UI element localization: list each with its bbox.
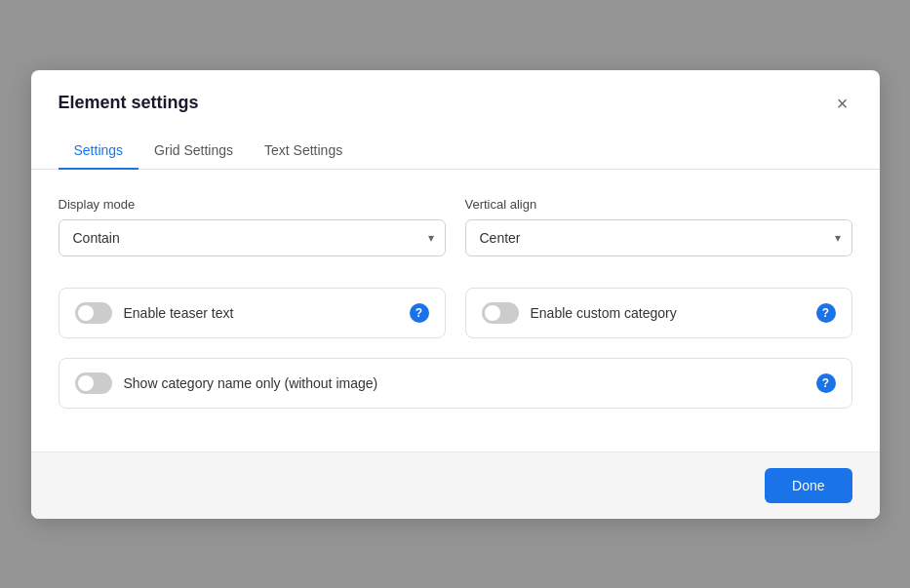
category-name-only-toggle[interactable]	[75, 372, 112, 394]
tab-grid-settings[interactable]: Grid Settings	[138, 133, 249, 170]
custom-category-slider	[482, 302, 519, 324]
display-mode-label: Display mode	[59, 197, 446, 212]
custom-category-label: Enable custom category	[531, 305, 677, 321]
category-name-only-left: Show category name only (without image)	[75, 372, 378, 394]
done-button[interactable]: Done	[765, 468, 851, 503]
close-button[interactable]: ×	[833, 90, 852, 117]
enable-teaser-text-toggle[interactable]	[75, 302, 112, 324]
toggle-row-1: Enable teaser text ? Enable custom categ…	[59, 288, 852, 338]
enable-teaser-text-card: Enable teaser text ?	[59, 288, 446, 338]
teaser-text-label: Enable teaser text	[124, 305, 234, 321]
tabs-bar: Settings Grid Settings Text Settings	[31, 133, 880, 170]
teaser-text-slider	[75, 302, 112, 324]
teaser-text-help-icon[interactable]: ?	[410, 303, 429, 323]
display-mode-group: Display mode Contain Cover Fill None ▾	[59, 197, 446, 256]
vertical-align-label: Vertical align	[465, 197, 852, 212]
category-name-only-help-icon[interactable]: ?	[816, 373, 836, 393]
vertical-align-select[interactable]: Top Center Bottom	[465, 219, 852, 256]
element-settings-modal: Element settings × Settings Grid Setting…	[31, 70, 880, 519]
custom-category-left: Enable custom category	[482, 302, 677, 324]
enable-custom-category-toggle[interactable]	[482, 302, 519, 324]
custom-category-help-icon[interactable]: ?	[816, 303, 836, 323]
vertical-align-group: Vertical align Top Center Bottom ▾	[465, 197, 852, 256]
dropdowns-row: Display mode Contain Cover Fill None ▾ V…	[59, 197, 852, 256]
modal-footer: Done	[31, 451, 880, 519]
tab-text-settings[interactable]: Text Settings	[249, 133, 358, 170]
teaser-text-left: Enable teaser text	[75, 302, 234, 324]
enable-custom-category-card: Enable custom category ?	[465, 288, 852, 338]
display-mode-wrapper: Contain Cover Fill None ▾	[59, 219, 446, 256]
tab-settings[interactable]: Settings	[59, 133, 139, 170]
vertical-align-wrapper: Top Center Bottom ▾	[465, 219, 852, 256]
display-mode-select[interactable]: Contain Cover Fill None	[59, 219, 446, 256]
modal-overlay: Element settings × Settings Grid Setting…	[0, 0, 910, 588]
category-name-only-slider	[75, 372, 112, 394]
category-name-only-label: Show category name only (without image)	[124, 375, 378, 391]
modal-title: Element settings	[59, 93, 199, 113]
category-name-only-card: Show category name only (without image) …	[59, 358, 852, 409]
modal-body: Display mode Contain Cover Fill None ▾ V…	[31, 170, 880, 451]
modal-header: Element settings ×	[31, 70, 880, 117]
